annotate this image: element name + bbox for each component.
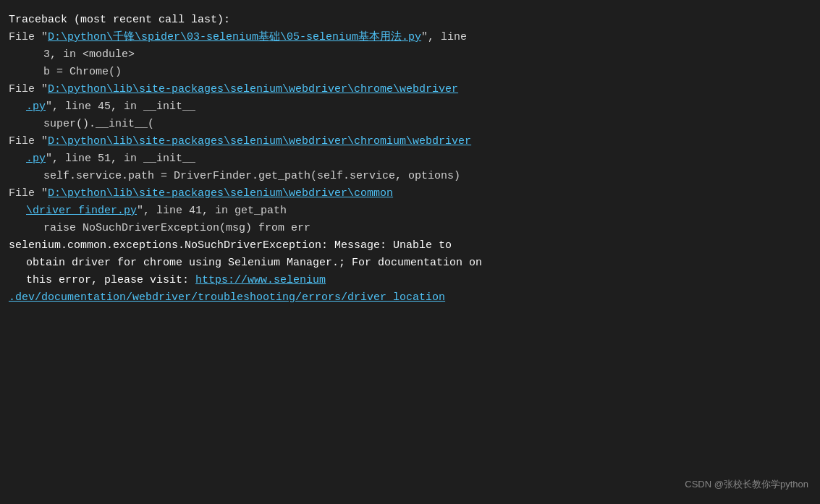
frame-1-line3: b = Chrome() [9, 64, 811, 81]
frame-3: File "D:\python\lib\site-packages\seleni… [9, 133, 811, 150]
frame-4-link-2[interactable]: \driver_finder.py [26, 205, 137, 217]
exception-line3: this error, please visit: https://www.se… [9, 272, 811, 289]
frame-2: File "D:\python\lib\site-packages\seleni… [9, 81, 811, 98]
frame-4-link[interactable]: D:\python\lib\site-packages\selenium\web… [48, 187, 393, 200]
frame-3-link-2[interactable]: .py [26, 153, 46, 165]
exception-line2: obtain driver for chrome using Selenium … [9, 255, 811, 272]
frame-4-line2: raise NoSuchDriverException(msg) from er… [9, 220, 811, 237]
frame-3-link[interactable]: D:\python\lib\site-packages\selenium\web… [48, 135, 471, 148]
frame-2-link-cont: .py", line 45, in __init__ [9, 98, 811, 116]
exception-link-part1[interactable]: https://www.selenium [195, 274, 326, 286]
traceback-header: Traceback (most recent call last): [9, 12, 811, 29]
frame-2-link-2[interactable]: .py [26, 101, 46, 113]
frame-2-link[interactable]: D:\python\lib\site-packages\selenium\web… [48, 83, 458, 95]
frame-1: File "D:\python\千锋\spider\03-selenium基础\… [9, 29, 811, 46]
exception-line1: selenium.common.exceptions.NoSuchDriverE… [9, 237, 811, 255]
exception-link-part2[interactable]: .dev/documentation/webdriver/troubleshoo… [9, 291, 445, 304]
frame-3-link-cont: .py", line 51, in __init__ [9, 150, 811, 168]
exception-line4: .dev/documentation/webdriver/troubleshoo… [9, 289, 811, 307]
traceback-container: Traceback (most recent call last): File … [9, 12, 811, 307]
frame-1-line2: 3, in <module> [9, 46, 811, 64]
frame-2-line2: super().__init__( [9, 116, 811, 133]
frame-1-link[interactable]: D:\python\千锋\spider\03-selenium基础\05-sel… [48, 31, 421, 43]
frame-4-link-cont: \driver_finder.py", line 41, in get_path [9, 202, 811, 220]
frame-3-line2: self.service.path = DriverFinder.get_pat… [9, 168, 811, 185]
watermark: CSDN @张校长教你学python [685, 477, 808, 492]
frame-4: File "D:\python\lib\site-packages\seleni… [9, 185, 811, 202]
